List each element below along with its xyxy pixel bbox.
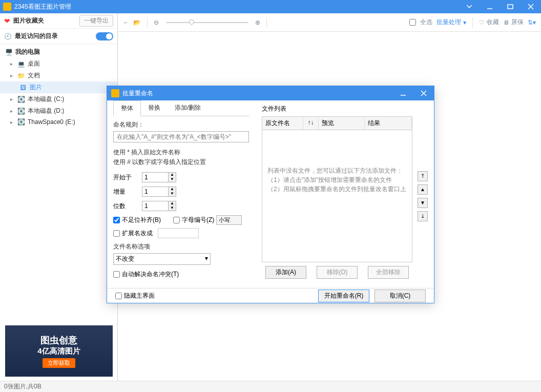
close-button[interactable]: [521, 0, 541, 13]
start-down[interactable]: ▼: [169, 177, 176, 182]
tree-root[interactable]: 🖥️ 我的电脑: [0, 46, 117, 58]
ad-banner[interactable]: 图虫创意 4亿高清图片 立即获取: [5, 325, 113, 377]
app-title: 2345看图王图片管理: [14, 3, 459, 11]
table-empty: 列表中没有文件，您可以通过以下方法添加文件： （1）请点击"添加"按钮增加需要重…: [262, 130, 412, 230]
removeall-button[interactable]: 全部移除: [368, 266, 409, 279]
computer-icon: 🖥️: [4, 49, 13, 56]
move-down[interactable]: ▼: [418, 198, 428, 208]
dialog-footer: 隐藏主界面 开始重命名(R) 取消(C): [107, 288, 434, 303]
dialog-title: 批量重命名: [122, 89, 393, 98]
ext-input[interactable]: [158, 228, 199, 238]
col-preview[interactable]: 预览: [319, 117, 365, 130]
tree-item-pictures[interactable]: 🖼图片: [0, 81, 117, 93]
pad-checkbox[interactable]: [113, 217, 120, 223]
hint1: 使用 * 插入原始文件名称: [113, 148, 249, 157]
favorites-label: 图片收藏夹: [13, 16, 79, 25]
move-top[interactable]: ⤒: [418, 171, 428, 181]
folder-tree: 🖥️ 我的电脑 ▸💻桌面 ▸📁文档 🖼图片 ▸💽本地磁盘 (C:) ▸💽本地磁盘…: [0, 44, 117, 129]
start-rename-button[interactable]: 开始重命名(R): [318, 290, 369, 302]
clock-icon: 🕘: [4, 33, 12, 40]
add-button[interactable]: 添加(A): [265, 266, 306, 279]
tree-item-disk-d[interactable]: ▸💽本地磁盘 (D:): [0, 105, 117, 117]
tree-item-disk-c[interactable]: ▸💽本地磁盘 (C:): [0, 93, 117, 105]
tree-item-desktop[interactable]: ▸💻桌面: [0, 58, 117, 70]
zoom-out-button[interactable]: ⊖: [154, 19, 159, 26]
screensaver-button[interactable]: 🖥 屏保: [503, 18, 524, 27]
disk-icon: 💽: [16, 108, 26, 115]
file-table: 原文件名 ↑↓ 预览 结果 列表中没有文件，您可以通过以下方法添加文件： （1）…: [262, 116, 412, 262]
cancel-button[interactable]: 取消(C): [374, 290, 426, 302]
hidemain-checkbox[interactable]: [115, 293, 122, 299]
inc-input[interactable]: [142, 187, 168, 196]
dialog-tabs: 整体 替换 添加/删除: [113, 100, 249, 116]
disk-icon: 💽: [16, 118, 26, 126]
recent-toggle[interactable]: [96, 32, 113, 40]
maximize-button[interactable]: [500, 0, 521, 13]
tree-item-disk-e[interactable]: ▸💽ThawSpace0 (E:): [0, 117, 117, 127]
selectall-label: 全选: [420, 18, 432, 27]
disk-icon: 💽: [16, 96, 26, 103]
tree-root-label: 我的电脑: [15, 48, 40, 56]
rule-label: 命名规则：: [113, 120, 249, 129]
nameopt-label: 文件名称选项: [113, 242, 249, 251]
filelist-label: 文件列表: [262, 100, 428, 116]
rename-dialog: 批量重命名 整体 替换 添加/删除 命名规则： 使用 * 插入原始文件名称 使用…: [107, 86, 434, 303]
desktop-icon: 💻: [16, 60, 26, 68]
zoom-slider[interactable]: [166, 22, 248, 23]
minimize-button[interactable]: [480, 0, 500, 13]
move-bottom[interactable]: ⤓: [418, 211, 428, 221]
rule-input[interactable]: [113, 131, 249, 142]
picture-icon: 🖼: [18, 84, 28, 91]
digits-down[interactable]: ▼: [169, 206, 176, 211]
status-text: 0张图片,共0B: [4, 382, 41, 391]
digits-input[interactable]: [142, 201, 168, 211]
dropdown-button[interactable]: [459, 0, 480, 13]
heart-icon: ❤: [4, 17, 10, 25]
favorites-row: ❤ 图片收藏夹 一键导出: [0, 13, 117, 29]
tab-replace[interactable]: 替换: [141, 100, 168, 116]
move-up[interactable]: ▲: [418, 184, 428, 195]
ad-cta[interactable]: 立即获取: [43, 358, 75, 368]
back-button[interactable]: ←: [123, 19, 129, 26]
remove-button[interactable]: 移除(D): [317, 266, 358, 279]
tab-whole[interactable]: 整体: [113, 100, 141, 116]
sort-button[interactable]: ⇅▾: [528, 19, 536, 26]
recent-row: 🕘 最近访问的目录: [0, 29, 117, 44]
tab-adddel[interactable]: 添加/删除: [168, 100, 208, 116]
titlebar: 2345看图王图片管理: [0, 0, 541, 13]
letter-select[interactable]: 小写: [216, 215, 242, 225]
folder-icon: 📁: [16, 72, 26, 79]
recent-label: 最近访问的目录: [15, 32, 96, 40]
dialog-right: 文件列表 原文件名 ↑↓ 预览 结果 列表中没有文件，您可以通过以下方法添加文件…: [256, 100, 434, 288]
ext-checkbox[interactable]: [113, 230, 120, 237]
dialog-left: 整体 替换 添加/删除 命名规则： 使用 * 插入原始文件名称 使用 # 以数字…: [107, 100, 256, 288]
app-icon: [3, 3, 11, 11]
svg-rect-1: [508, 5, 513, 9]
autoconflict-checkbox[interactable]: [113, 271, 120, 278]
move-buttons: ⤒ ▲ ▼ ⤓: [418, 171, 428, 221]
export-button[interactable]: 一键导出: [79, 15, 113, 27]
col-original[interactable]: 原文件名: [262, 117, 303, 130]
col-sort[interactable]: ↑↓: [303, 117, 319, 130]
col-result[interactable]: 结果: [365, 117, 412, 130]
open-folder-button[interactable]: 📂: [133, 19, 141, 26]
inc-down[interactable]: ▼: [169, 192, 176, 196]
nameopt-select[interactable]: 不改变 ▾: [113, 253, 211, 265]
letter-checkbox[interactable]: [173, 217, 180, 223]
zoom-in-button[interactable]: ⊕: [255, 19, 260, 26]
dialog-titlebar: 批量重命名: [107, 86, 434, 100]
start-input[interactable]: [142, 173, 168, 182]
dialog-minimize[interactable]: [393, 86, 413, 100]
dialog-close[interactable]: [413, 86, 434, 100]
statusbar: 0张图片,共0B: [0, 381, 541, 392]
batch-button[interactable]: 批量处理 ▾: [436, 18, 466, 27]
selectall-checkbox[interactable]: [409, 19, 416, 26]
sidebar: ❤ 图片收藏夹 一键导出 🕘 最近访问的目录 🖥️ 我的电脑 ▸💻桌面 ▸📁文档…: [0, 13, 118, 381]
tree-item-documents[interactable]: ▸📁文档: [0, 70, 117, 81]
hint2: 使用 # 以数字或字母插入指定位置: [113, 157, 249, 167]
toolbar: ← 📂 ⊖ ⊕ 全选 批量处理 ▾ ♡ 收藏 🖥 屏保 ⇅▾: [118, 13, 541, 32]
dialog-icon: [111, 89, 119, 97]
collect-button[interactable]: ♡ 收藏: [479, 18, 499, 27]
